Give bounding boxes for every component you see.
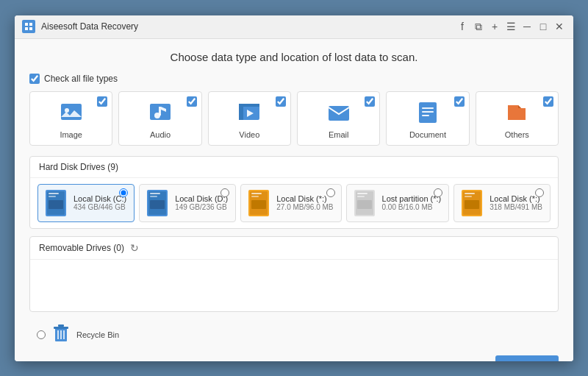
svg-rect-8 [159,107,161,116]
window-controls: f ⧉ + ☰ ─ □ ✕ [456,20,566,33]
svg-rect-36 [357,193,368,194]
svg-rect-16 [422,111,434,113]
svg-rect-17 [422,115,429,116]
video-label: Video [239,130,259,139]
svg-rect-11 [239,104,259,107]
others-icon [503,99,530,126]
check-all-row: Check all file types [29,74,559,84]
scan-button[interactable]: Scan [495,355,559,361]
hard-drives-body: Local Disk (C:) 434 GB/446 GB [30,178,558,228]
drive-lost-info: Lost partition (*:) 0.00 B/16.0 MB [382,194,442,211]
svg-rect-44 [54,327,68,329]
email-checkbox[interactable] [365,96,375,107]
audio-icon [147,99,173,126]
svg-point-5 [65,108,69,113]
drive-lost[interactable]: Lost partition (*:) 0.00 B/16.0 MB [346,184,450,222]
maximize-btn[interactable]: □ [537,20,550,33]
hard-drives-header: Hard Disk Drives (9) [30,157,558,178]
file-type-audio[interactable]: Audio [118,91,201,146]
drive-c-radio[interactable] [119,188,128,197]
svg-rect-25 [150,200,165,209]
menu-btn[interactable]: ☰ [504,20,517,33]
close-btn[interactable]: ✕ [553,20,566,33]
recycle-section: Recycle Bin [29,319,559,351]
drive-lost-icon [353,189,376,217]
svg-rect-27 [150,196,157,197]
drive-star1-radio[interactable] [326,188,335,197]
main-content: Choose data type and location of lost da… [15,39,573,361]
add-btn[interactable]: + [488,20,501,33]
facebook-btn[interactable]: f [456,20,469,33]
removable-drives-section: Removable Drives (0) ↻ [29,236,559,312]
removable-drives-body [30,260,558,311]
drive-d-size: 149 GB/236 GB [175,203,228,211]
svg-rect-41 [465,193,475,194]
file-types-row: Image Audio [29,91,559,146]
check-all-checkbox[interactable] [29,74,40,84]
drive-star1-icon [247,189,270,217]
titlebar: Aiseesoft Data Recovery f ⧉ + ☰ ─ □ ✕ [15,15,573,39]
svg-rect-22 [49,196,56,197]
drive-c[interactable]: Local Disk (C:) 434 GB/446 GB [37,184,135,222]
svg-rect-30 [251,200,266,209]
others-checkbox[interactable] [543,96,553,107]
svg-rect-15 [422,107,434,109]
refresh-icon[interactable]: ↻ [130,242,139,254]
svg-rect-35 [357,200,372,209]
drive-d-icon [146,189,169,217]
removable-drives-header: Removable Drives (0) ↻ [30,237,558,260]
video-checkbox[interactable] [276,96,286,107]
drive-star2[interactable]: Local Disk (*:) 318 MB/491 MB [453,184,551,222]
file-type-others[interactable]: Others [476,91,559,146]
drive-star1-size: 27.0 MB/96.0 MB [276,203,333,211]
share-btn[interactable]: ⧉ [472,20,485,33]
audio-label: Audio [150,130,171,139]
audio-checkbox[interactable] [187,96,197,107]
svg-rect-31 [251,193,262,194]
drive-star2-radio[interactable] [535,188,544,197]
recycle-bin-icon [53,324,69,347]
others-label: Others [505,130,529,139]
removable-drives-label: Removable Drives (0) [39,243,124,253]
drive-lost-name: Lost partition (*:) [382,194,442,203]
drive-d[interactable]: Local Disk (D:) 149 GB/236 GB [139,184,236,222]
drive-d-radio[interactable] [220,188,229,197]
svg-rect-21 [49,193,59,194]
drive-star1-info: Local Disk (*:) 27.0 MB/96.0 MB [276,194,333,211]
svg-rect-20 [49,200,63,209]
svg-rect-26 [150,193,160,194]
recycle-label: Recycle Bin [76,330,119,339]
file-type-email[interactable]: Email [297,91,380,146]
svg-rect-0 [25,23,28,26]
document-label: Document [409,130,446,139]
minimize-btn[interactable]: ─ [520,20,534,33]
drive-c-size: 434 GB/446 GB [74,203,126,211]
drive-star1[interactable]: Local Disk (*:) 27.0 MB/96.0 MB [240,184,341,222]
svg-rect-2 [25,27,28,30]
hard-drives-section: Hard Disk Drives (9) [29,156,559,229]
scan-btn-container: Scan [29,351,559,361]
document-icon [415,99,441,126]
check-all-label: Check all file types [44,74,118,84]
svg-rect-32 [251,196,259,197]
drive-star2-icon [460,189,484,217]
file-type-image[interactable]: Image [29,91,112,146]
file-type-video[interactable]: Video [208,91,291,146]
video-icon [236,99,262,126]
svg-rect-45 [58,324,64,327]
email-icon [326,99,352,126]
image-checkbox[interactable] [97,96,107,107]
image-label: Image [60,130,82,139]
svg-rect-37 [357,196,365,197]
document-checkbox[interactable] [454,96,465,107]
file-type-document[interactable]: Document [386,91,469,146]
drive-lost-radio[interactable] [434,188,442,197]
svg-rect-1 [29,23,32,26]
page-title: Choose data type and location of lost da… [29,51,559,63]
image-icon [58,99,85,126]
app-icon [22,20,35,33]
drive-c-icon [44,189,68,217]
app-title: Aiseesoft Data Recovery [41,21,456,32]
svg-rect-42 [465,196,472,197]
recycle-radio[interactable] [37,330,46,339]
